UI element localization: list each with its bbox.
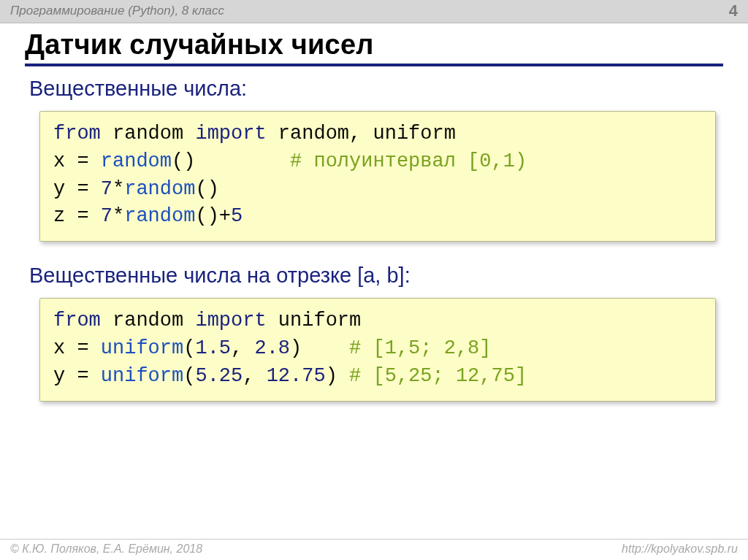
code-block-2: from random import uniform x = uniform(1…	[39, 298, 716, 401]
fn-random: random	[124, 205, 195, 227]
num: 2.8	[254, 337, 290, 359]
kw-import: import	[195, 310, 266, 331]
code-text: ()+	[195, 205, 231, 227]
section2-heading: Вещественные числа на отрезке [a, b]:	[29, 264, 723, 288]
num: 12.75	[267, 365, 326, 387]
code-text: *	[112, 205, 124, 227]
slide-title: Датчик случайных чисел	[25, 29, 723, 66]
code-text: ()	[172, 150, 290, 172]
code-text: random	[101, 310, 196, 331]
code-text: (	[183, 365, 195, 387]
code-text: )	[290, 337, 349, 359]
slide-content: Датчик случайных чисел Вещественные числ…	[0, 23, 748, 539]
fn-random: random	[101, 150, 172, 172]
comment: # [5,25; 12,75]	[349, 365, 527, 387]
num: 1.5	[195, 337, 231, 359]
code-text: (	[183, 337, 195, 359]
num: 7	[101, 205, 112, 227]
code-text: x =	[53, 337, 101, 359]
comment: # полуинтервал [0,1)	[290, 150, 527, 172]
code-text: x =	[53, 150, 101, 172]
fn-random: random	[124, 178, 195, 200]
code-text: *	[112, 178, 124, 200]
section1-heading: Вещественные числа:	[29, 77, 723, 101]
kw-from: from	[53, 123, 101, 145]
footer-credit: © К.Ю. Поляков, Е.А. Ерёмин, 2018	[10, 542, 202, 556]
page-number: 4	[729, 1, 738, 20]
code-block-1: from random import random, uniform x = r…	[39, 111, 716, 242]
code-text: random, uniform	[267, 123, 456, 145]
code-text: y =	[53, 365, 101, 387]
code-text: ,	[231, 337, 254, 359]
code-text: )	[326, 365, 349, 387]
num: 7	[101, 178, 112, 200]
comment: # [1,5; 2,8]	[349, 337, 491, 359]
header-bar: Программирование (Python), 8 класс 4	[0, 0, 748, 23]
code-text: random	[101, 123, 196, 145]
code-text: ()	[195, 178, 218, 200]
num: 5.25	[195, 365, 243, 387]
kw-from: from	[53, 310, 101, 331]
footer-url: http://kpolyakov.spb.ru	[622, 542, 738, 556]
num: 5	[231, 205, 243, 227]
code-text: z =	[53, 205, 101, 227]
fn-uniform: uniform	[101, 337, 183, 359]
code-text: y =	[53, 178, 101, 200]
fn-uniform: uniform	[101, 365, 183, 387]
course-label: Программирование (Python), 8 класс	[10, 4, 224, 18]
footer-bar: © К.Ю. Поляков, Е.А. Ерёмин, 2018 http:/…	[0, 539, 748, 560]
code-text: ,	[243, 365, 266, 387]
kw-import: import	[195, 123, 266, 145]
code-text: uniform	[267, 310, 362, 331]
